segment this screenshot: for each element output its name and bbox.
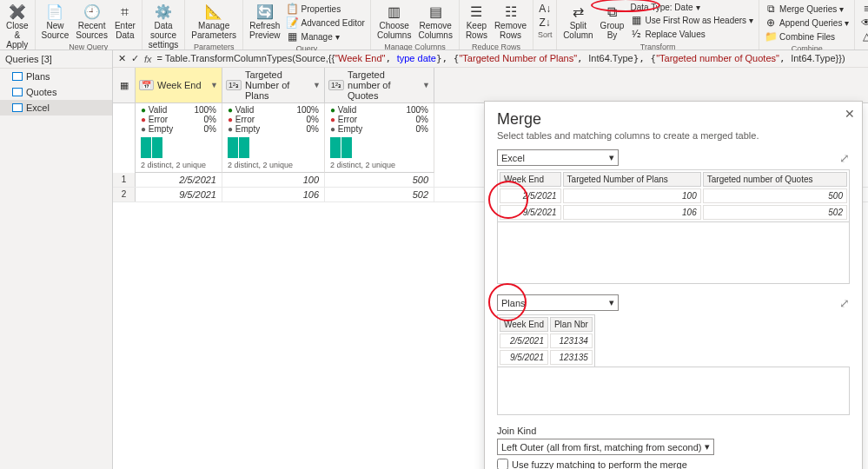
choose-columns-icon: ▥ — [386, 3, 403, 21]
cell-plans: 106 — [222, 188, 325, 201]
cell-weekend: 9/5/2021 — [136, 188, 222, 201]
text-analytics-button[interactable]: ≡Text Analytics — [858, 2, 868, 16]
headers-icon: ▦ — [630, 14, 642, 26]
preview-col-weekend[interactable]: Week End — [500, 172, 561, 187]
group-by-icon: ⧉ — [604, 3, 621, 21]
keep-rows-button[interactable]: ☰Keep Rows — [463, 2, 490, 42]
append-queries-button[interactable]: ⊕Append Queries ▾ — [763, 16, 851, 30]
expand-icon[interactable]: ⤢ — [839, 151, 850, 165]
chevron-down-icon: ▾ — [609, 152, 614, 163]
table1-preview: Week End Targeted Number of Plans Target… — [497, 169, 850, 222]
sort-desc-button[interactable]: Z↓ — [537, 16, 553, 30]
query-item-excel[interactable]: Excel — [0, 100, 112, 116]
distinct-label: 2 distinct, 2 unique — [325, 160, 434, 173]
remove-rows-button[interactable]: ☷Remove Rows — [492, 2, 529, 42]
combine-files-icon: 📁 — [765, 30, 777, 43]
replace-icon: ¹⁄₂ — [630, 28, 642, 40]
ribbon-group-ai: ≡Text Analytics 👁Vision △Azure Machine L… — [855, 0, 868, 50]
query-item-plans[interactable]: Plans — [0, 69, 112, 84]
preview-row: 2/5/2021123134 — [500, 334, 593, 348]
refresh-preview-button[interactable]: 🔄Refresh Preview — [247, 2, 283, 42]
formula-text[interactable]: = Table.TransformColumnTypes(Source,{{"W… — [157, 53, 845, 64]
ribbon-group-transform: ⇄Split Column ⧉Group By Data Type: Date … — [557, 0, 759, 50]
enter-data-button[interactable]: ⌗Enter Data — [112, 2, 138, 42]
column-headers: ▦ 📅Week End▼ 1²₃Targeted Number of Plans… — [113, 68, 868, 103]
column-header-weekend[interactable]: 📅Week End▼ — [136, 68, 222, 102]
distinct-label: 2 distinct, 2 unique — [136, 160, 222, 173]
preview-col-quotes[interactable]: Targeted number of Quotes — [703, 172, 847, 187]
sort-asc-button[interactable]: A↓ — [537, 2, 553, 16]
split-column-button[interactable]: ⇄Split Column — [560, 2, 595, 42]
chevron-down-icon[interactable]: ▼ — [210, 81, 218, 89]
table-icon — [12, 88, 23, 96]
date-type-icon: 📅 — [139, 80, 154, 90]
choose-columns-button[interactable]: ▥Choose Columns — [374, 2, 414, 42]
table2-preview-box — [497, 367, 850, 415]
remove-columns-button[interactable]: ▤Remove Columns — [415, 2, 454, 42]
query-item-quotes[interactable]: Quotes — [0, 84, 112, 100]
replace-values-button[interactable]: ¹⁄₂Replace Values — [628, 27, 706, 41]
fx-icon[interactable]: fx — [144, 54, 152, 64]
formula-bar: ✕ ✓ fx = Table.TransformColumnTypes(Sour… — [113, 50, 868, 68]
preview-col-plans[interactable]: Targeted Number of Plans — [563, 172, 701, 187]
refresh-icon: 🔄 — [256, 3, 274, 21]
recent-sources-button[interactable]: 🕘Recent Sources — [73, 2, 110, 42]
data-source-settings-button[interactable]: ⚙️Data source settings — [146, 2, 181, 51]
chevron-down-icon[interactable]: ▼ — [422, 81, 430, 89]
table2-select[interactable]: Plans▾ — [497, 294, 619, 311]
chevron-down-icon: ▾ — [705, 441, 710, 452]
queries-header: Queries [3] — [0, 50, 112, 69]
merge-icon: ⧉ — [765, 3, 777, 15]
formula-accept-icon[interactable]: ✓ — [131, 53, 139, 64]
chevron-down-icon: ▾ — [609, 297, 614, 308]
first-row-headers-button[interactable]: ▦Use First Row as Headers ▾ — [628, 13, 755, 27]
group-by-button[interactable]: ⧉Group By — [598, 2, 627, 42]
data-source-icon: ⚙️ — [155, 3, 172, 21]
close-icon[interactable]: ✕ — [845, 107, 855, 121]
cell-plans: 100 — [222, 173, 325, 187]
preview-col-plannbr[interactable]: Plan Nbr — [550, 317, 593, 332]
formula-cancel-icon[interactable]: ✕ — [118, 53, 126, 64]
combine-files-button[interactable]: 📁Combine Files — [763, 30, 837, 43]
properties-icon: 📋 — [287, 3, 299, 15]
new-source-icon: 📄 — [46, 3, 63, 21]
manage-icon: ▦ — [287, 30, 299, 43]
azure-ml-button[interactable]: △Azure Machine Learning — [858, 30, 868, 43]
manage-parameters-button[interactable]: 📐Manage Parameters — [189, 2, 239, 42]
properties-button[interactable]: 📋Properties — [285, 2, 343, 16]
merge-dialog: ✕ Merge Select tables and matching colum… — [484, 101, 863, 469]
new-source-button[interactable]: 📄New Source — [39, 2, 72, 42]
queries-pane: Queries [3] Plans Quotes Excel — [0, 50, 113, 469]
preview-col-weekend[interactable]: Week End — [500, 317, 548, 332]
group-label-sort: Sort — [538, 30, 553, 41]
ribbon-group-query: 🔄Refresh Preview 📋Properties 📝Advanced E… — [243, 0, 371, 50]
data-type-button[interactable]: Data Type: Date ▾ — [628, 2, 701, 13]
preview-row: 2/5/2021100500 — [500, 188, 847, 203]
column-header-targeted-plans[interactable]: 1²₃Targeted Number of Plans▼ — [222, 68, 325, 102]
ribbon-group-newquery: 📄New Source 🕘Recent Sources ⌗Enter Data … — [36, 0, 142, 50]
remove-columns-icon: ▤ — [427, 3, 444, 21]
dialog-title: Merge — [497, 110, 850, 129]
merge-queries-button[interactable]: ⧉Merge Queries ▾ — [763, 2, 845, 16]
enter-data-icon: ⌗ — [116, 3, 134, 21]
close-apply-button[interactable]: ✖️ Close & Apply — [3, 2, 31, 51]
int-type-icon: 1²₃ — [226, 80, 242, 90]
advanced-editor-button[interactable]: 📝Advanced Editor — [285, 16, 367, 30]
table-icon-header[interactable]: ▦ — [113, 68, 136, 102]
close-apply-label: Close & Apply — [6, 21, 29, 50]
ribbon-group-sort: A↓ Z↓ Sort — [533, 0, 557, 50]
expand-icon[interactable]: ⤢ — [839, 296, 850, 310]
vision-button[interactable]: 👁Vision — [858, 16, 868, 30]
chevron-down-icon[interactable]: ▼ — [313, 81, 321, 89]
join-kind-select[interactable]: Left Outer (all from first, matching fro… — [497, 439, 714, 455]
fuzzy-checkbox[interactable]: Use fuzzy matching to perform the merge — [497, 459, 850, 469]
table1-select[interactable]: Excel▾ — [497, 149, 619, 166]
cell-quotes: 500 — [325, 173, 434, 187]
table-icon — [12, 72, 23, 81]
manage-query-button[interactable]: ▦Manage ▾ — [285, 30, 341, 43]
remove-rows-icon: ☷ — [502, 3, 520, 21]
cell-weekend: 2/5/2021 — [136, 173, 222, 187]
fuzzy-checkbox-input[interactable] — [497, 459, 508, 469]
column-header-targeted-quotes[interactable]: 1²₃Targeted number of Quotes▼ — [325, 68, 434, 102]
azure-ml-icon: △ — [860, 30, 868, 43]
